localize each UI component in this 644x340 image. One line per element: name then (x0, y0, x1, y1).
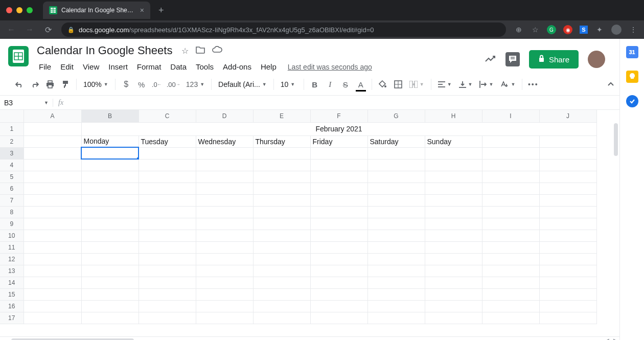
cell-J14[interactable] (539, 277, 596, 288)
cell-G8[interactable] (367, 206, 425, 218)
cell-J16[interactable] (539, 300, 596, 312)
cell-H12[interactable] (425, 253, 482, 265)
row-header-2[interactable]: 2 (0, 135, 24, 147)
row-header-8[interactable]: 8 (0, 206, 24, 218)
grid-scroll-area[interactable]: ABCDEFGHIJ1February 20212MondayTuesdayWe… (0, 110, 619, 336)
font-family-dropdown[interactable]: Default (Ari...▼ (215, 80, 270, 88)
menu-addons[interactable]: Add-ons (219, 60, 256, 73)
row-header-9[interactable]: 9 (0, 218, 24, 230)
paint-format-button[interactable] (58, 77, 73, 92)
cell-E13[interactable] (253, 265, 310, 277)
cell-J6[interactable] (539, 183, 596, 194)
cell-C10[interactable] (139, 230, 196, 241)
redo-button[interactable] (28, 77, 42, 92)
cell-A13[interactable] (24, 265, 81, 277)
row-header-16[interactable]: 16 (0, 300, 24, 312)
cell-I10[interactable] (482, 230, 539, 241)
cell-F11[interactable] (310, 241, 367, 253)
cell-H11[interactable] (425, 241, 482, 253)
cell-B11[interactable] (81, 241, 139, 253)
name-box[interactable]: B3 ▼ (0, 99, 53, 107)
menu-data[interactable]: Data (166, 60, 191, 73)
last-edit-label[interactable]: Last edit was seconds ago (288, 63, 372, 71)
cell-J11[interactable] (539, 241, 596, 253)
cell-A2[interactable] (24, 135, 81, 147)
cell-H3[interactable] (425, 147, 482, 159)
cell-C5[interactable] (139, 171, 196, 183)
cell-A8[interactable] (24, 206, 81, 218)
cell-A9[interactable] (24, 218, 81, 230)
cell-A6[interactable] (24, 183, 81, 194)
cell-I15[interactable] (482, 288, 539, 300)
cell-H8[interactable] (425, 206, 482, 218)
cell-H5[interactable] (425, 171, 482, 183)
keep-app-icon[interactable] (626, 71, 638, 83)
extension-green-icon[interactable]: G (547, 25, 556, 34)
cell-C2[interactable]: Tuesday (139, 135, 196, 147)
cell-I7[interactable] (482, 194, 539, 206)
number-format-dropdown[interactable]: 123▼ (183, 80, 208, 88)
cell-H14[interactable] (425, 277, 482, 288)
cell-F17[interactable] (310, 312, 367, 324)
row-header-11[interactable]: 11 (0, 241, 24, 253)
cell-J10[interactable] (539, 230, 596, 241)
cell-I5[interactable] (482, 171, 539, 183)
row-header-4[interactable]: 4 (0, 159, 24, 171)
italic-button[interactable]: I (323, 77, 337, 92)
cell-G16[interactable] (367, 300, 425, 312)
document-title[interactable]: Calendar In Google Sheets (35, 43, 174, 58)
browser-menu-icon[interactable]: ⋮ (629, 25, 638, 34)
cell-C7[interactable] (139, 194, 196, 206)
url-input[interactable]: 🔒 docs.google.com/spreadsheets/d/1GXMASc… (61, 22, 506, 37)
cell-H17[interactable] (425, 312, 482, 324)
menu-format[interactable]: Format (133, 60, 166, 73)
cell-H15[interactable] (425, 288, 482, 300)
cell-G4[interactable] (367, 159, 425, 171)
cell-F6[interactable] (310, 183, 367, 194)
cell-A4[interactable] (24, 159, 81, 171)
sheets-logo-icon[interactable] (8, 46, 29, 66)
text-color-button[interactable]: A (354, 77, 368, 92)
collapse-toolbar-button[interactable] (607, 80, 614, 88)
cell-C15[interactable] (139, 288, 196, 300)
scroll-left-icon[interactable]: ◀ (605, 337, 609, 340)
cell-B8[interactable] (81, 206, 139, 218)
cell-B7[interactable] (81, 194, 139, 206)
column-header-H[interactable]: H (425, 110, 482, 122)
format-percent-button[interactable]: % (134, 77, 149, 92)
cell-H10[interactable] (425, 230, 482, 241)
cell-H7[interactable] (425, 194, 482, 206)
column-header-E[interactable]: E (253, 110, 310, 122)
cell-G14[interactable] (367, 277, 425, 288)
cell-B12[interactable] (81, 253, 139, 265)
cell-D4[interactable] (196, 159, 253, 171)
cell-B9[interactable] (81, 218, 139, 230)
cell-E5[interactable] (253, 171, 310, 183)
menu-insert[interactable]: Insert (104, 60, 132, 73)
cell-E8[interactable] (253, 206, 310, 218)
cell-D12[interactable] (196, 253, 253, 265)
text-wrap-button[interactable]: ▼ (476, 81, 496, 88)
cell-G2[interactable]: Saturday (367, 135, 425, 147)
cell-J15[interactable] (539, 288, 596, 300)
column-header-I[interactable]: I (482, 110, 539, 122)
cell-A3[interactable] (24, 147, 81, 159)
cell-F16[interactable] (310, 300, 367, 312)
cell-A12[interactable] (24, 253, 81, 265)
merged-cell-row1[interactable]: February 2021 (81, 122, 596, 135)
back-button[interactable]: ← (6, 25, 16, 34)
row-header-10[interactable]: 10 (0, 230, 24, 241)
close-window-button[interactable] (6, 7, 12, 13)
cell-C4[interactable] (139, 159, 196, 171)
row-header-14[interactable]: 14 (0, 277, 24, 288)
zoom-dropdown[interactable]: 100%▼ (80, 80, 111, 88)
cell-C14[interactable] (139, 277, 196, 288)
cell-J17[interactable] (539, 312, 596, 324)
horizontal-align-button[interactable]: ▼ (435, 81, 455, 87)
cell-E16[interactable] (253, 300, 310, 312)
cell-C6[interactable] (139, 183, 196, 194)
cell-E9[interactable] (253, 218, 310, 230)
minimize-window-button[interactable] (16, 7, 22, 13)
cell-G7[interactable] (367, 194, 425, 206)
cell-F10[interactable] (310, 230, 367, 241)
